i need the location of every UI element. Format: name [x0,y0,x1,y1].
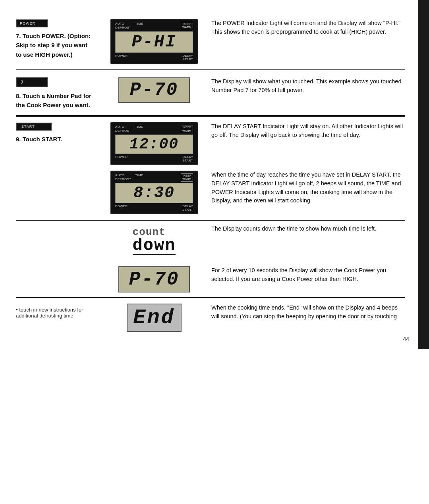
step9-section: START 9. Touch START. AUTODEFROST TIME K… [16,116,405,221]
step8-center: P-70 [106,77,202,103]
step8-left: 7 8. Touch a Number Pad forthe Cook Powe… [16,77,99,110]
page-content: POWER 7. Touch POWER. (Option: Skip to s… [0,0,429,349]
p70-center: P-70 [106,266,202,292]
step9-num: 9. [16,136,21,142]
keep-warm-label3: KEEPWARM [181,173,193,182]
time-label3: TIME [135,173,143,181]
delay-start-bottom-label: DELAYSTART [182,54,193,61]
end-left: • touch in new instructions for addition… [16,304,99,319]
step9-center2: AUTODEFROST TIME KEEPWARM 8:30 POWER DEL… [106,171,202,214]
step8-instruction: 8. Touch a Number Pad forthe Cook Power … [16,91,99,110]
sidebar-bar [418,0,429,349]
step8-section: 7 8. Touch a Number Pad forthe Cook Powe… [16,70,405,116]
step7-left: POWER 7. Touch POWER. (Option: Skip to s… [16,19,99,59]
end-description: When the cooking time ends, "End" will s… [211,304,405,321]
auto-defrost-label3: AUTODEFROST [115,173,131,181]
step7-description: The POWER Indicator Light will come on a… [211,19,405,37]
delay-start-bottom-label3: DELAYSTART [182,204,193,212]
step9-text: Touch START. [23,136,62,142]
end-section: • touch in new instructions for addition… [16,298,405,337]
step9-description2: When the time of day reaches the time yo… [211,171,405,205]
power-button[interactable]: POWER [16,19,48,27]
step8-description: The Display will show what you touched. … [211,77,405,95]
step7-instruction: 7. Touch POWER. (Option: Skip to step 9 … [16,31,99,59]
keep-warm-label2: KEEPWARM [181,125,193,133]
power-bottom-label3: POWER [115,204,128,212]
countdown-top-text: count [133,227,166,237]
step9-digits1: 12:00 [115,135,193,154]
countdown-display: count down [133,227,176,255]
bottom-note: • touch in new instructions for addition… [16,307,99,319]
p70-description: For 2 of every 10 seconds the Display wi… [211,266,405,284]
step9-display2: AUTODEFROST TIME KEEPWARM 8:30 POWER DEL… [110,171,198,214]
number7-button[interactable]: 7 [16,77,48,87]
step9-display1: AUTODEFROST TIME KEEPWARM 12:00 POWER DE… [110,122,198,165]
step7-center: AUTODEFROST TIME KEEPWARM P-HI POWER DEL… [106,19,202,64]
step7-section: POWER 7. Touch POWER. (Option: Skip to s… [16,12,405,70]
p70-digits: P-70 [125,269,184,290]
step7-display-panel: AUTODEFROST TIME KEEPWARM P-HI POWER DEL… [110,19,198,64]
step8-text: Touch a Number Pad forthe Cook Power you… [16,92,91,108]
step7-num: 7. [16,33,21,39]
start-button[interactable]: START [16,123,52,131]
countdown-bottom-text: down [133,237,176,255]
countdown-center: count down [106,225,202,258]
countdown-description: The Display counts down the time to show… [211,225,405,233]
auto-defrost-label: AUTODEFROST [115,22,131,29]
step7-text-bold3: to use HIGH power.) [16,51,73,58]
step9-description1: The DELAY START Indicator Light will sta… [211,122,405,140]
end-digits: End [127,304,182,332]
step9-digits2: 8:30 [115,183,193,203]
p70-section: P-70 For 2 of every 10 seconds the Displ… [16,262,405,298]
time-label2: TIME [135,125,143,133]
countdown-section: count down The Display counts down the t… [16,221,405,262]
step9-instruction: 9. Touch START. [16,135,99,144]
step7-text-bold2: Skip to step 9 if you want [16,42,87,48]
step8-digits: P-70 [125,80,184,100]
step7-digits: P-HI [115,31,193,53]
time-label: TIME [135,22,143,29]
page-number: 44 [403,336,409,342]
step9-row2: AUTODEFROST TIME KEEPWARM 8:30 POWER DEL… [16,171,405,214]
power-bottom-label: POWER [115,54,128,61]
step8-num: 8. [16,92,21,99]
step9-left: START 9. Touch START. [16,122,99,144]
auto-defrost-label2: AUTODEFROST [115,125,131,133]
keep-warm-label: KEEPWARM [181,22,193,30]
step7-text-bold1: Touch POWER. (Option: [23,33,91,39]
delay-start-bottom-label2: DELAYSTART [182,155,193,162]
step9-center: AUTODEFROST TIME KEEPWARM 12:00 POWER DE… [106,122,202,165]
end-center: End [106,304,202,332]
power-bottom-label2: POWER [115,155,128,162]
